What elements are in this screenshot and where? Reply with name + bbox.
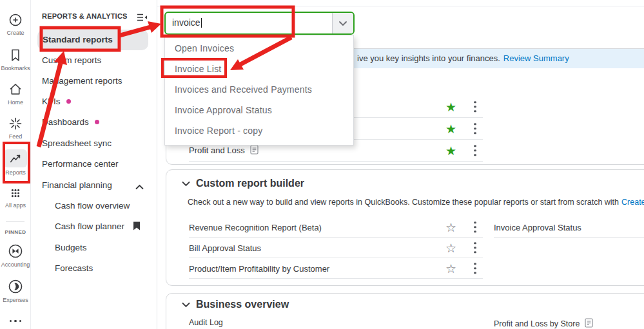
reports-sidebar: REPORTS & ANALYTICS Standard reports Cus… [31, 0, 157, 329]
dropdown-toggle-button[interactable] [332, 13, 353, 33]
sidebar-item-dashboards[interactable]: Dashboards [42, 117, 99, 127]
favorite-star-icon[interactable]: ★ [445, 122, 456, 135]
sidebar-item-label: KPIs [42, 97, 61, 106]
line-chart-icon [8, 151, 23, 165]
report-name: Bill Approval Status [189, 243, 261, 252]
sidebar-item-budgets[interactable]: Budgets [55, 242, 87, 253]
chevron-down-icon[interactable] [182, 178, 190, 189]
report-name: Revenue Recognition Report (Beta) [189, 222, 322, 232]
report-name: Profit and Loss [189, 146, 245, 155]
search-suggestions-dropdown: Open Invoices Invoice List Invoices and … [164, 35, 354, 146]
home-icon [0, 82, 31, 97]
kebab-menu-icon[interactable] [474, 145, 476, 156]
sidebar-item-label: Budgets [55, 243, 87, 252]
sidebar-header: REPORTS & ANALYTICS [42, 12, 128, 20]
favorite-star-icon[interactable]: ★ [445, 144, 456, 156]
sidebar-item-label: Custom reports [42, 55, 101, 65]
search-input[interactable]: invoice [166, 13, 332, 33]
sidebar-item-custom-reports[interactable]: Custom reports [42, 55, 101, 66]
table-row[interactable]: Revenue Recognition Report (Beta) ☆ [189, 217, 483, 238]
rail-item-feed[interactable]: Feed [0, 116, 31, 140]
suggestion-invoice-list[interactable]: Invoice List [165, 59, 353, 79]
rail-item-accounting[interactable]: Accounting [0, 243, 31, 268]
favorite-star-outline-icon[interactable]: ☆ [445, 262, 456, 274]
table-row[interactable]: Bill Approval Status ☆ [189, 238, 483, 258]
rail-item-label: Feed [0, 133, 31, 140]
sidebar-item-management-reports[interactable]: Management reports [42, 75, 122, 86]
table-row[interactable]: Invoice Approval Status [494, 217, 644, 238]
sidebar-item-label: Spreadsheet sync [42, 138, 112, 148]
rail-item-more[interactable] [0, 313, 31, 324]
suggestion-invoice-approval-status[interactable]: Invoice Approval Status [165, 100, 353, 120]
section-description: Check out a new way to build and view re… [188, 198, 619, 207]
rail-item-create[interactable]: Create [0, 12, 31, 36]
quickbooks-reports-page: Create Bookmarks Home Feed Reports All a… [0, 0, 644, 329]
rail-item-label: Expenses [0, 297, 31, 303]
sidebar-item-performance-center[interactable]: Performance center [42, 158, 119, 169]
rail-item-label: Reports [0, 169, 31, 176]
sidebar-item-label: Cash flow planner [55, 221, 124, 231]
pinned-label: PINNED [0, 229, 31, 235]
report-name: Invoice Approval Status [494, 222, 581, 232]
sidebar-item-cash-flow-planner[interactable]: Cash flow planner [55, 221, 124, 232]
business-overview-card: Business overview Audit Log Profit and L… [166, 293, 644, 329]
sidebar-item-financial-planning[interactable]: Financial planning [42, 180, 112, 191]
rail-item-reports[interactable]: Reports [0, 149, 31, 176]
rail-item-expenses[interactable]: Expenses [0, 278, 31, 303]
chevron-down-icon[interactable] [182, 299, 190, 310]
kebab-menu-icon[interactable] [474, 221, 476, 233]
builder-rows-left: Revenue Recognition Report (Beta) ☆ Bill… [189, 217, 483, 279]
ellipsis-icon [10, 320, 22, 323]
report-name: Audit Log [189, 318, 223, 327]
rail-item-label: Accounting [0, 261, 31, 268]
sidebar-item-label: Management reports [42, 76, 122, 86]
feed-burst-icon [0, 116, 31, 131]
rail-divider [6, 221, 24, 222]
custom-report-builder-card: Custom report builder Check out a new wa… [166, 169, 644, 286]
rail-item-label: Create [0, 30, 31, 36]
sidebar-item-label: Forecasts [55, 263, 93, 273]
section-title: Custom report builder [196, 178, 304, 189]
top-divider [157, 6, 644, 6]
favorite-star-icon[interactable]: ★ [445, 100, 456, 113]
rail-item-all-apps[interactable]: All apps [0, 186, 31, 209]
table-row[interactable]: Audit Log [189, 318, 223, 327]
sidebar-item-kpis[interactable]: KPIs [42, 96, 71, 107]
chevron-up-icon[interactable] [135, 181, 144, 193]
main-content: ive you key insights into your finances.… [157, 0, 644, 329]
rail-item-home[interactable]: Home [0, 82, 31, 106]
kebab-menu-icon[interactable] [474, 101, 476, 113]
reports-selected-pill [4, 149, 27, 167]
collapse-panel-icon[interactable] [137, 13, 148, 24]
bookmark-icon [0, 48, 31, 63]
create-new-report-link[interactable]: Create new repor [621, 198, 644, 207]
accounting-icon [0, 243, 31, 259]
sidebar-item-label: Dashboards [42, 117, 89, 127]
new-feature-dot [95, 120, 99, 124]
review-summary-link[interactable]: Review Summary [503, 53, 569, 63]
suggestion-invoice-report-copy[interactable]: Invoice Report - copy [165, 120, 353, 141]
banner-text: ive you key insights into your finances. [357, 53, 500, 63]
kebab-menu-icon[interactable] [474, 123, 476, 135]
suggestion-invoices-and-received-payments[interactable]: Invoices and Received Payments [165, 79, 353, 100]
sidebar-item-cash-flow-overview[interactable]: Cash flow overview [55, 200, 130, 211]
search-input-value: invoice [172, 17, 200, 28]
report-search-combobox: invoice [164, 12, 355, 35]
table-row[interactable]: Profit and Loss by Store [494, 318, 593, 329]
text-cursor [201, 18, 202, 28]
report-name: Product/Item Profitability by Customer [189, 263, 329, 273]
favorite-star-outline-icon[interactable]: ☆ [445, 221, 456, 233]
rail-item-label: Bookmarks [0, 65, 31, 71]
favorite-star-outline-icon[interactable]: ☆ [445, 241, 456, 254]
suggestion-open-invoices[interactable]: Open Invoices [165, 38, 353, 59]
sidebar-item-forecasts[interactable]: Forecasts [55, 263, 93, 274]
new-feature-dot [66, 99, 71, 104]
sidebar-item-spreadsheet-sync[interactable]: Spreadsheet sync [42, 138, 112, 149]
sidebar-item-standard-reports[interactable]: Standard reports [37, 30, 148, 50]
kebab-menu-icon[interactable] [474, 263, 476, 274]
sidebar-item-label: Financial planning [42, 180, 112, 190]
kebab-menu-icon[interactable] [474, 242, 476, 254]
rail-item-bookmarks[interactable]: Bookmarks [0, 48, 31, 71]
bookmark-filled-icon[interactable] [133, 221, 141, 233]
table-row[interactable]: Product/Item Profitability by Customer ☆ [189, 258, 483, 279]
